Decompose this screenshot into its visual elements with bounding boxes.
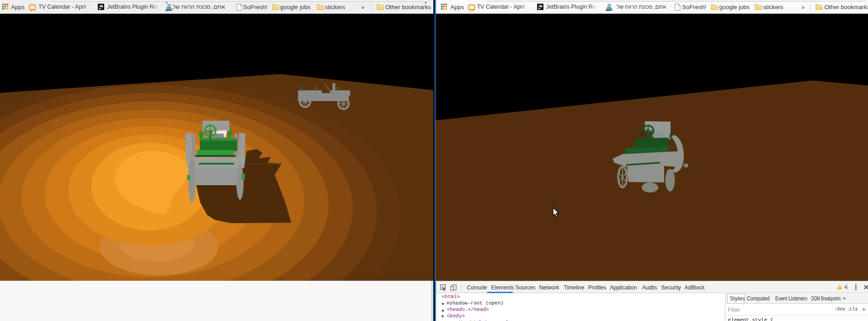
svg-text:JB: JB xyxy=(99,4,103,8)
svg-text:JB: JB xyxy=(538,4,543,8)
